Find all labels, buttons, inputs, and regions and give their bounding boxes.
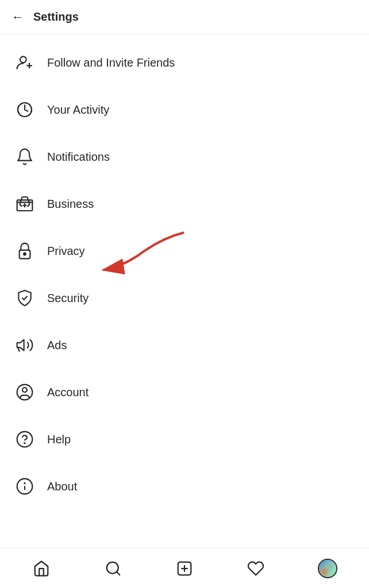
bottom-navigation	[0, 548, 369, 588]
back-button[interactable]: ←	[11, 10, 24, 25]
help-circle-icon	[11, 426, 38, 452]
menu-item-business[interactable]: Business	[0, 180, 369, 227]
menu-label-your-activity: Your Activity	[47, 103, 109, 117]
person-circle-icon	[11, 379, 38, 405]
menu-label-business: Business	[47, 198, 94, 211]
menu-label-ads: Ads	[47, 339, 67, 352]
person-add-icon	[11, 49, 38, 76]
menu-label-about: About	[47, 480, 77, 493]
svg-point-9	[24, 253, 26, 255]
megaphone-icon	[11, 332, 38, 358]
svg-point-0	[20, 56, 26, 63]
menu-item-about[interactable]: About	[0, 463, 369, 510]
settings-content: Follow and Invite Friends Your Activity	[0, 34, 369, 560]
activity-icon	[11, 96, 38, 123]
home-icon	[33, 560, 50, 577]
menu-label-security: Security	[47, 292, 89, 305]
menu-item-notifications[interactable]: Notifications	[0, 133, 369, 180]
avatar-image	[319, 560, 336, 577]
shop-icon	[11, 191, 38, 217]
menu-label-privacy: Privacy	[47, 245, 85, 258]
nav-search[interactable]	[96, 554, 130, 583]
search-icon	[105, 560, 122, 577]
menu-item-your-activity[interactable]: Your Activity	[0, 86, 369, 133]
plus-square-icon	[176, 560, 193, 577]
menu-item-ads[interactable]: Ads	[0, 322, 369, 369]
nav-add[interactable]	[167, 554, 202, 583]
heart-icon	[247, 560, 264, 577]
menu-label-account: Account	[47, 386, 89, 399]
svg-point-13	[22, 388, 27, 392]
nav-activity[interactable]	[239, 554, 273, 583]
svg-point-14	[17, 432, 33, 447]
menu-label-help: Help	[47, 433, 71, 446]
lock-icon	[11, 238, 38, 264]
settings-header: ← Settings	[0, 0, 369, 34]
info-circle-icon	[11, 473, 38, 500]
back-arrow-icon: ←	[11, 10, 24, 25]
nav-profile[interactable]	[310, 554, 345, 583]
bell-icon	[11, 144, 38, 170]
shield-icon	[11, 285, 38, 311]
menu-label-notifications: Notifications	[47, 150, 110, 164]
settings-menu-list: Follow and Invite Friends Your Activity	[0, 34, 369, 514]
menu-item-help[interactable]: Help	[0, 416, 369, 463]
menu-item-account[interactable]: Account	[0, 369, 369, 416]
menu-item-privacy[interactable]: Privacy	[0, 227, 369, 274]
nav-home[interactable]	[24, 554, 59, 583]
page-title: Settings	[33, 10, 79, 24]
menu-item-security[interactable]: Security	[0, 274, 369, 322]
menu-label-follow-invite: Follow and Invite Friends	[47, 56, 175, 69]
svg-line-21	[116, 571, 119, 574]
menu-item-follow-invite[interactable]: Follow and Invite Friends	[0, 39, 369, 86]
avatar	[318, 559, 337, 578]
